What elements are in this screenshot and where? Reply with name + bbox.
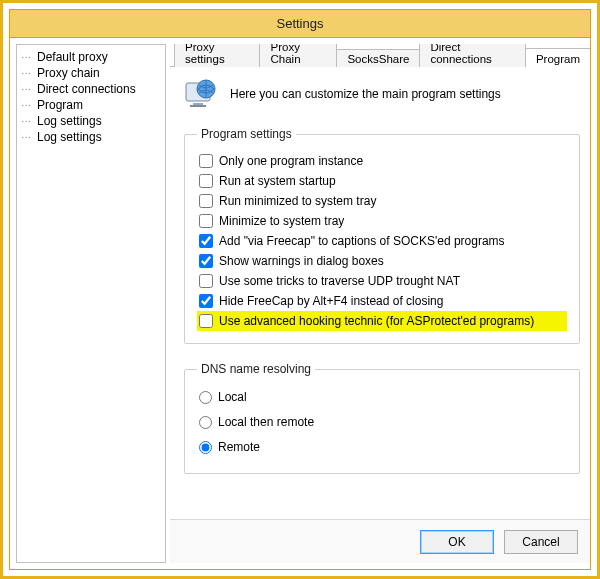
checkbox-label: Use some tricks to traverse UDP trought … [219,274,460,288]
radio[interactable] [199,416,212,429]
opt-udp-nat-tricks[interactable]: Use some tricks to traverse UDP trought … [197,271,567,291]
tree-branch-icon: ⋯ [21,52,35,63]
checkbox[interactable] [199,254,213,268]
tree-branch-icon: ⋯ [21,132,35,143]
checkbox-label: Show warnings in dialog boxes [219,254,384,268]
tree-item-label: Log settings [37,130,102,144]
tab-socksshare[interactable]: SocksShare [336,49,420,67]
radio-label: Remote [218,440,260,454]
opt-run-at-startup[interactable]: Run at system startup [197,171,567,191]
checkbox[interactable] [199,154,213,168]
radio[interactable] [199,441,212,454]
tree-item-label: Direct connections [37,82,136,96]
tab-proxy-settings[interactable]: Proxy settings [174,44,260,67]
opt-run-minimized[interactable]: Run minimized to system tray [197,191,567,211]
program-settings-group: Program settings Only one program instan… [184,127,580,344]
intro-text: Here you can customize the main program … [230,87,501,101]
checkbox-label: Add "via Freecap" to captions of SOCKS'e… [219,234,505,248]
tab-strip: Proxy settings Proxy Chain SocksShare Di… [170,44,590,66]
tab-program[interactable]: Program [525,48,590,67]
dns-local-then-remote[interactable]: Local then remote [197,411,567,436]
tree-item-proxy-chain[interactable]: ⋯ Proxy chain [19,65,163,81]
tree-item-log-settings-1[interactable]: ⋯ Log settings [19,113,163,129]
opt-minimize-to-tray[interactable]: Minimize to system tray [197,211,567,231]
checkbox[interactable] [199,314,213,328]
tab-proxy-chain[interactable]: Proxy Chain [259,44,337,67]
dns-local[interactable]: Local [197,386,567,411]
checkbox-label: Run at system startup [219,174,336,188]
radio[interactable] [199,391,212,404]
tab-label: Proxy Chain [270,44,300,65]
checkbox[interactable] [199,194,213,208]
checkbox-label: Use advanced hooking technic (for ASProt… [219,314,534,328]
tab-label: Program [536,53,580,65]
tree-branch-icon: ⋯ [21,84,35,95]
dns-remote[interactable]: Remote [197,436,567,461]
tree-item-default-proxy[interactable]: ⋯ Default proxy [19,49,163,65]
opt-add-via-freecap[interactable]: Add "via Freecap" to captions of SOCKS'e… [197,231,567,251]
checkbox[interactable] [199,294,213,308]
ok-button[interactable]: OK [420,530,494,554]
svg-rect-2 [190,105,206,107]
tab-direct-connections[interactable]: Direct connections [419,44,525,67]
opt-show-warnings[interactable]: Show warnings in dialog boxes [197,251,567,271]
titlebar: Settings [10,10,590,38]
checkbox-label: Run minimized to system tray [219,194,376,208]
svg-rect-1 [193,103,203,105]
tree-item-label: Program [37,98,83,112]
tree-item-log-settings-2[interactable]: ⋯ Log settings [19,129,163,145]
globe-monitor-icon [184,77,218,111]
tree-item-label: Default proxy [37,50,108,64]
client-area: ⋯ Default proxy ⋯ Proxy chain ⋯ Direct c… [10,38,590,569]
tree-branch-icon: ⋯ [21,100,35,111]
window-title: Settings [277,16,324,31]
button-bar: OK Cancel [170,519,590,563]
radio-label: Local [218,390,247,404]
right-pane: Proxy settings Proxy Chain SocksShare Di… [170,44,590,563]
tree-item-label: Log settings [37,114,102,128]
settings-window: Settings ⋯ Default proxy ⋯ Proxy chain ⋯… [9,9,591,570]
intro-row: Here you can customize the main program … [184,77,580,111]
tree-branch-icon: ⋯ [21,68,35,79]
dns-resolving-group: DNS name resolving Local Local then remo… [184,362,580,474]
tree-item-program[interactable]: ⋯ Program [19,97,163,113]
opt-advanced-hooking[interactable]: Use advanced hooking technic (for ASProt… [197,311,567,331]
checkbox[interactable] [199,214,213,228]
checkbox-label: Only one program instance [219,154,363,168]
tab-label: Proxy settings [185,44,225,65]
program-settings-legend: Program settings [197,127,296,141]
checkbox[interactable] [199,234,213,248]
nav-tree[interactable]: ⋯ Default proxy ⋯ Proxy chain ⋯ Direct c… [16,44,166,563]
tree-item-direct-connections[interactable]: ⋯ Direct connections [19,81,163,97]
cancel-button[interactable]: Cancel [504,530,578,554]
opt-only-one-instance[interactable]: Only one program instance [197,151,567,171]
checkbox-label: Minimize to system tray [219,214,344,228]
checkbox[interactable] [199,174,213,188]
tab-body-program: Here you can customize the main program … [170,66,590,519]
tree-branch-icon: ⋯ [21,116,35,127]
radio-label: Local then remote [218,415,314,429]
dns-resolving-legend: DNS name resolving [197,362,315,376]
checkbox[interactable] [199,274,213,288]
tree-item-label: Proxy chain [37,66,100,80]
tab-label: Direct connections [430,44,491,65]
opt-hide-altf4[interactable]: Hide FreeCap by Alt+F4 instead of closin… [197,291,567,311]
checkbox-label: Hide FreeCap by Alt+F4 instead of closin… [219,294,443,308]
tab-label: SocksShare [347,53,409,65]
